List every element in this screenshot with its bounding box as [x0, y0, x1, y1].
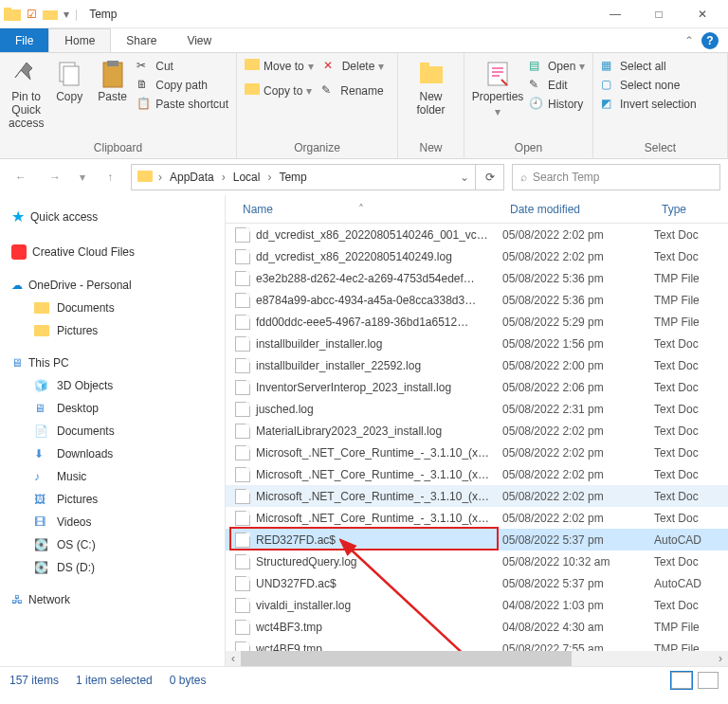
group-label: Select [593, 137, 727, 158]
open-button[interactable]: ▤Open ▾ [529, 59, 585, 74]
cut-button[interactable]: ✂Cut [136, 59, 228, 74]
search-input[interactable]: ⌕ Search Temp [512, 164, 720, 190]
move-to-button[interactable]: Move to ▾ [245, 59, 314, 74]
file-row[interactable]: RED327FD.ac$05/08/2022 5:37 pmAutoCAD [226, 529, 728, 551]
help-icon[interactable]: ? [701, 32, 719, 49]
file-row[interactable]: wct4BF9.tmp05/08/2022 7:55 amTMP File [226, 638, 728, 651]
sidebar-pc-item[interactable]: ⬇Downloads [0, 442, 225, 465]
pin-icon [11, 59, 42, 89]
file-row[interactable]: MaterialLibrary2023_2023_install.log05/0… [226, 420, 728, 442]
folder-icon: 🎞 [34, 515, 49, 529]
refresh-button[interactable]: ⟳ [476, 164, 504, 190]
file-row[interactable]: StructuredQuery.log05/08/2022 10:32 amTe… [226, 551, 728, 572]
chevron-right-icon[interactable]: › [156, 171, 164, 184]
delete-button[interactable]: ✕Delete ▾ [323, 59, 385, 74]
file-row[interactable]: InventorServerInterop_2023_install.log05… [226, 376, 728, 398]
edit-button[interactable]: ✎Edit [529, 78, 585, 93]
paste-button[interactable]: Paste [94, 59, 131, 104]
file-row[interactable]: fdd00ddc-eee5-4967-a189-36bd1a6512…05/08… [226, 311, 728, 333]
select-all-button[interactable]: ▦Select all [601, 59, 697, 74]
file-icon [235, 641, 250, 652]
sidebar-network[interactable]: 🖧 Network [0, 588, 225, 611]
sidebar-pc-item[interactable]: 🖼Pictures [0, 488, 225, 511]
file-row[interactable]: Microsoft_.NET_Core_Runtime_-_3.1.10_(x…… [226, 485, 728, 507]
rename-button[interactable]: ✎Rename [321, 83, 383, 99]
thumbnails-view-button[interactable] [698, 672, 719, 689]
copy-path-button[interactable]: 🗎Copy path [136, 78, 228, 93]
qat-dropdown-icon[interactable]: ▾ [64, 8, 69, 21]
breadcrumb-seg[interactable]: Local [231, 171, 263, 184]
onedrive-icon: ☁ [11, 279, 23, 292]
svg-rect-2 [43, 10, 58, 20]
scroll-thumb[interactable] [241, 651, 572, 666]
file-row[interactable]: installbuilder_installer.log05/08/2022 1… [226, 333, 728, 354]
columns-header[interactable]: Name˄ Date modified Type [226, 195, 728, 224]
close-button[interactable]: ✕ [681, 0, 724, 28]
file-row[interactable]: Microsoft_.NET_Core_Runtime_-_3.1.10_(x…… [226, 463, 728, 485]
breadcrumb[interactable]: › AppData › Local › Temp ⌄ [131, 164, 476, 190]
select-none-button[interactable]: ▢Select none [601, 78, 697, 93]
properties-button[interactable]: Properties▾ [472, 59, 523, 119]
file-row[interactable]: vivaldi_installer.log04/08/2022 1:03 pmT… [226, 594, 728, 616]
sidebar-pc-item[interactable]: 💽OS (C:) [0, 533, 225, 556]
sidebar-pc-item[interactable]: ♪Music [0, 465, 225, 488]
scroll-right-icon[interactable]: › [713, 651, 728, 666]
folder-icon: ♪ [34, 470, 49, 483]
copy-button[interactable]: Copy [50, 59, 87, 104]
maximize-button[interactable]: □ [637, 0, 681, 28]
sidebar-quick-access[interactable]: ★ Quick access [0, 203, 225, 230]
sidebar-pc-item[interactable]: 🎞Videos [0, 511, 225, 533]
pin-to-quick-access-button[interactable]: Pin to Quick access [8, 59, 45, 130]
scroll-left-icon[interactable]: ‹ [226, 651, 241, 666]
file-icon [235, 489, 250, 504]
file-row[interactable]: dd_vcredist_x86_20220805140249.log05/08/… [226, 245, 728, 267]
paste-shortcut-button[interactable]: 📋Paste shortcut [136, 97, 228, 112]
share-tab[interactable]: Share [111, 28, 172, 52]
rename-icon: ✎ [321, 83, 337, 99]
minimize-button[interactable]: — [593, 0, 637, 28]
collapse-ribbon-icon[interactable]: ⌃ [684, 34, 694, 47]
file-row[interactable]: dd_vcredist_x86_20220805140246_001_vc…05… [226, 224, 728, 245]
file-row[interactable]: jusched.log05/08/2022 2:31 pmText Doc [226, 398, 728, 420]
file-row[interactable]: Microsoft_.NET_Core_Runtime_-_3.1.10_(x…… [226, 442, 728, 463]
file-tab[interactable]: File [0, 28, 48, 52]
sort-icon[interactable]: ˄ [358, 203, 364, 216]
checkbox-icon[interactable]: ☑ [27, 8, 37, 21]
file-row[interactable]: e8784a99-abcc-4934-a45a-0e8cca338d3…05/0… [226, 289, 728, 311]
sidebar-pc-item[interactable]: 📄Documents [0, 420, 225, 442]
view-tab[interactable]: View [172, 28, 227, 52]
invert-selection-button[interactable]: ◩Invert selection [601, 97, 697, 112]
folder-icon: 💽 [34, 561, 49, 574]
h-scrollbar[interactable]: ‹ › [226, 651, 728, 666]
copy-to-button[interactable]: Copy to ▾ [245, 83, 312, 99]
sidebar-pc-item[interactable]: 🧊3D Objects [0, 374, 225, 397]
file-list[interactable]: dd_vcredist_x86_20220805140246_001_vc…05… [226, 224, 728, 651]
forward-button[interactable]: → [42, 164, 68, 190]
sidebar-od-pictures[interactable]: Pictures [0, 319, 225, 342]
sidebar-pc-item[interactable]: 💽DS (D:) [0, 556, 225, 579]
breadcrumb-dropdown-icon[interactable]: ⌄ [460, 171, 469, 184]
chevron-right-icon[interactable]: › [220, 171, 228, 184]
history-button[interactable]: 🕘History [529, 97, 585, 112]
new-folder-icon [416, 59, 446, 89]
recent-dropdown[interactable]: ▾ [76, 164, 89, 190]
breadcrumb-seg[interactable]: Temp [277, 171, 308, 184]
file-row[interactable]: wct4BF3.tmp04/08/2022 4:30 amTMP File [226, 616, 728, 638]
file-row[interactable]: e3e2b288-d262-4ec2-a269-4753d54edef…05/0… [226, 267, 728, 289]
details-view-button[interactable] [671, 672, 692, 689]
sidebar-od-documents[interactable]: Documents [0, 297, 225, 319]
sidebar-pc-item[interactable]: 🖥Desktop [0, 397, 225, 420]
up-button[interactable]: ↑ [97, 164, 123, 190]
home-tab[interactable]: Home [48, 28, 111, 52]
new-folder-button[interactable]: New folder [406, 59, 456, 117]
file-row[interactable]: Microsoft_.NET_Core_Runtime_-_3.1.10_(x…… [226, 507, 728, 529]
sidebar-creative-cloud[interactable]: Creative Cloud Files [0, 240, 225, 264]
breadcrumb-seg[interactable]: AppData [168, 171, 216, 184]
file-row[interactable]: UND327FD.ac$05/08/2022 5:37 pmAutoCAD [226, 572, 728, 594]
folder-icon: 💽 [34, 538, 49, 551]
sidebar-onedrive[interactable]: ☁ OneDrive - Personal [0, 274, 225, 297]
back-button[interactable]: ← [8, 164, 34, 190]
file-row[interactable]: installbuilder_installer_22592.log05/08/… [226, 354, 728, 376]
chevron-right-icon[interactable]: › [265, 171, 273, 184]
sidebar-this-pc[interactable]: 🖥 This PC [0, 352, 225, 374]
